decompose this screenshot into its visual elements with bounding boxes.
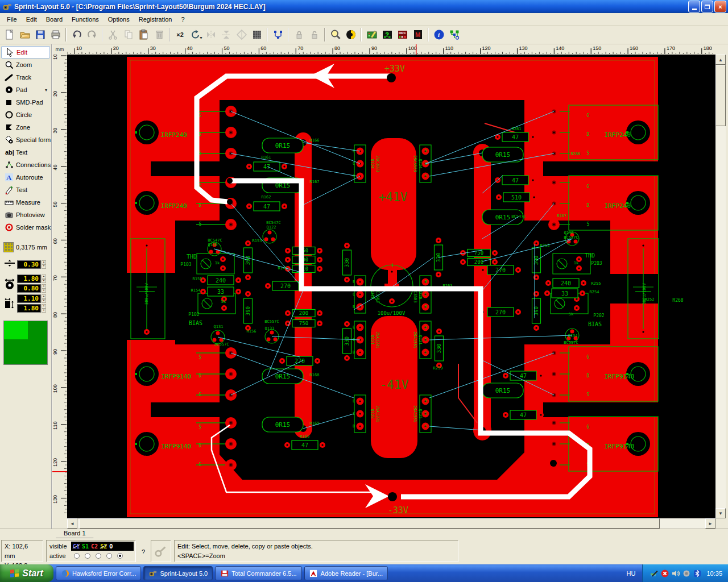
board-tab[interactable]: Board 1: [56, 529, 94, 538]
tool-pad[interactable]: Pad▾: [1, 84, 50, 96]
special-tool-icon: [5, 135, 14, 144]
start-button[interactable]: Start: [0, 564, 53, 582]
smd-size-spinner[interactable]: ▲▼: [42, 304, 46, 313]
layer-active-c1[interactable]: [74, 553, 80, 559]
layer-color-swatch[interactable]: [3, 321, 48, 365]
layer-visible-c2[interactable]: C2: [91, 543, 98, 550]
toolbar-raster-button[interactable]: [249, 27, 264, 43]
taskbar-task-adobe[interactable]: Adobe Reader - [Bur...: [304, 566, 388, 580]
layer-visible-c1[interactable]: C1: [73, 543, 80, 550]
layer-active-c2[interactable]: [96, 553, 101, 559]
smd-size-spinner[interactable]: ▲▼: [42, 294, 46, 303]
active-layer-radios[interactable]: [71, 551, 134, 560]
toolbar-copy-button[interactable]: [121, 27, 136, 43]
toolbar-zoom-button[interactable]: [328, 27, 343, 43]
track-width-value-0[interactable]: 0.30: [17, 260, 41, 269]
toolbar-mirror-h-button[interactable]: [203, 27, 218, 43]
menu-item-[interactable]: ?: [176, 14, 189, 24]
track-width-spinner[interactable]: ▲▼: [42, 260, 46, 269]
toolbar-footprint-button[interactable]: [446, 27, 462, 43]
menu-item-functions[interactable]: Functions: [67, 14, 104, 24]
layer-visible-o[interactable]: O: [109, 543, 113, 550]
layer-visible-s2[interactable]: S2: [100, 543, 107, 550]
pad-size-value-0[interactable]: 1.80: [17, 275, 41, 283]
smd-size-value-0[interactable]: 1.10: [17, 294, 41, 303]
layer-active-s1[interactable]: [85, 553, 90, 559]
menu-item-file[interactable]: File: [2, 14, 22, 24]
tool-special-form[interactable]: Special form: [1, 134, 50, 146]
toolbar-mirror-v-button[interactable]: [218, 27, 234, 43]
horizontal-scroll-thumb[interactable]: [80, 518, 660, 529]
restore-button[interactable]: [701, 1, 713, 13]
menu-item-registration[interactable]: Registration: [134, 14, 177, 24]
tool-zoom[interactable]: Zoom: [1, 59, 50, 71]
pcb-canvas[interactable]: +33V-33V+41V-41V100u/100V+IRFP240IRFP240…: [67, 55, 715, 518]
tray-volume-icon[interactable]: [671, 569, 680, 577]
toolbar-open-button[interactable]: [17, 27, 32, 43]
pad-size-spinner[interactable]: ▲▼: [42, 275, 46, 283]
layer-active-s2[interactable]: [106, 553, 112, 559]
layer-visibility[interactable]: C1S1C2S2O: [71, 542, 134, 551]
menu-item-options[interactable]: Options: [104, 14, 134, 24]
tool-text[interactable]: ab|Text: [1, 146, 50, 159]
scroll-down-button[interactable]: ▼: [715, 508, 726, 518]
toolbar-testmode-button[interactable]: [364, 27, 379, 43]
close-button[interactable]: ×: [714, 1, 726, 13]
toolbar-route-button[interactable]: [270, 27, 286, 43]
toolbar-autocheck-button[interactable]: ?: [379, 27, 395, 43]
pad-dropdown-arrow[interactable]: ▾: [45, 88, 47, 93]
tool-autoroute[interactable]: AAutoroute: [1, 171, 50, 184]
minimize-button[interactable]: [688, 1, 700, 13]
tool-edit[interactable]: Edit: [1, 46, 50, 59]
tray-update-icon[interactable]: [682, 569, 690, 577]
toolbar-photoview-button[interactable]: [343, 27, 358, 43]
scroll-right-button[interactable]: ►: [705, 518, 715, 529]
tool-connections[interactable]: Connections: [1, 159, 50, 171]
tool-test[interactable]: Test: [1, 184, 50, 196]
toolbar-rotate-button[interactable]: ▼: [188, 27, 203, 43]
tool-photoview[interactable]: Photoview: [1, 209, 50, 221]
tool-circle[interactable]: Circle: [1, 109, 50, 121]
toolbar-info-button[interactable]: i: [431, 27, 446, 43]
toolbar-delete-button[interactable]: [151, 27, 167, 43]
grid-setting[interactable]: 0,3175 mm: [0, 240, 51, 254]
tool-smd-pad[interactable]: SMD-Pad: [1, 96, 50, 109]
scroll-up-button[interactable]: ▲: [715, 55, 726, 65]
tray-tablet-pen-icon[interactable]: [650, 569, 658, 577]
tray-security-alert-icon[interactable]: [660, 569, 669, 577]
tool-solder-mask[interactable]: Solder mask: [1, 221, 50, 234]
pad-size-spinner[interactable]: ▲▼: [42, 284, 46, 293]
tool-measure[interactable]: Measure: [1, 196, 50, 209]
menu-item-board[interactable]: Board: [42, 14, 67, 24]
toolbar-save-button[interactable]: [32, 27, 48, 43]
toolbar-drc-button[interactable]: DRC: [395, 27, 410, 43]
menu-item-edit[interactable]: Edit: [22, 14, 42, 24]
pad-size-value-1[interactable]: 0.80: [17, 284, 41, 293]
toolbar-undo-button[interactable]: [69, 27, 84, 43]
toolbar-redo-button[interactable]: [84, 27, 100, 43]
layer-help[interactable]: ?: [139, 540, 148, 563]
toolbar-flip-button[interactable]: [234, 27, 249, 43]
tool-zone[interactable]: Zone: [1, 121, 50, 134]
svg-text:30: 30: [150, 45, 156, 51]
layer-visible-s1[interactable]: S1: [82, 543, 89, 550]
title-bar[interactable]: Sprint-Layout 5.0 - [C:\Program Files\Sp…: [0, 0, 728, 13]
toolbar-cut-button[interactable]: [105, 27, 121, 43]
scroll-left-button[interactable]: ◄: [67, 518, 77, 529]
language-indicator[interactable]: HU: [620, 570, 643, 577]
toolbar-duplicate-button[interactable]: ×2: [172, 27, 188, 43]
toolbar-new-button[interactable]: [2, 27, 17, 43]
smd-size-value-1[interactable]: 1.80: [17, 304, 41, 313]
toolbar-paste-button[interactable]: [136, 27, 151, 43]
tool-track[interactable]: Track: [1, 71, 50, 84]
vertical-scroll-thumb[interactable]: [715, 65, 726, 126]
taskbar-task-sprint[interactable]: Sprint-Layout 5.0: [143, 566, 213, 580]
layer-active-o[interactable]: [117, 553, 123, 559]
tray-bluetooth-icon[interactable]: [693, 569, 701, 577]
toolbar-macro-button[interactable]: M: [410, 27, 425, 43]
toolbar-lock-button[interactable]: [291, 27, 307, 43]
taskbar-task-tc[interactable]: Total Commander 6.5...: [215, 566, 301, 580]
taskbar-task-firefox[interactable]: Hawksford Error Corr...: [56, 566, 141, 580]
toolbar-unlock-button[interactable]: [307, 27, 322, 43]
toolbar-print-button[interactable]: [48, 27, 63, 43]
